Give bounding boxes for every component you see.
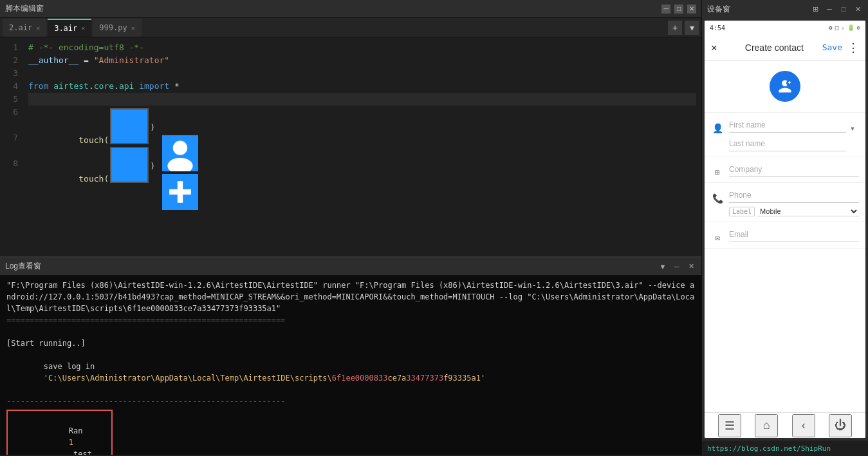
log-title-bar: Log查看窗 ▼ ─ ✕ [0,258,701,276]
log-result-box: Ran 1 test in 16.311s OK [Finished] [6,410,113,455]
phone-type-select[interactable]: Mobile Home Work [757,207,859,216]
device-navbar: ☰ ⌂ ‹ ⏻ [705,412,865,438]
tab-2air[interactable]: 2.air ✕ [3,19,46,37]
script-editor-panel: 脚本编辑窗 ─ □ ✕ 2.air ✕ 3.air ✕ 999.py ✕ + ▾… [0,0,701,456]
device-panel: 设备窗 ⊞ ─ □ ✕ 4:54 ⚙ □ ☆ 🔋 ⊙ ✕ Create cont… [701,0,868,456]
tab-add-btn[interactable]: + [668,21,682,35]
company-icon: ⊞ [711,167,724,177]
last-name-input[interactable] [729,137,846,151]
log-line-save: save log in 'C:\Users\Administrator\AppD… [6,349,695,395]
log-minimize-btn[interactable]: ─ [672,261,682,272]
editor-minimize-btn[interactable]: ─ [661,5,670,14]
device-battery-icon: 🔋 [847,24,854,31]
device-app-title: Create contact [726,43,822,53]
device-email-section: ✉ [705,222,865,249]
person-icon: 👤 [711,123,724,133]
code-editor-area[interactable]: 1 2 3 4 5 6 7 8 # -*- encoding=utf8 -*- … [0,37,701,256]
tab-dropdown-btn[interactable]: ▾ [685,21,699,35]
device-company-section: ⊞ [705,157,865,183]
device-phone-section: 📞 Label Mobile Home Work [705,183,865,222]
email-icon: ✉ [711,233,724,243]
log-close-btn[interactable]: ✕ [686,261,696,272]
device-frame: 4:54 ⚙ □ ☆ 🔋 ⊙ ✕ Create contact Save ⋮ [705,21,865,438]
log-filter-btn[interactable]: ▼ [658,261,668,272]
code-line-2: __author__ = "Administrator" [28,54,696,67]
log-panel: Log查看窗 ▼ ─ ✕ "F:\Program Files (x86)\Air… [0,256,701,455]
tab-add-area: + ▾ [668,21,699,35]
log-line-start: [Start running..] [6,337,695,349]
device-signal-icon: □ [835,24,838,31]
editor-close-btn[interactable]: ✕ [687,5,696,14]
phone-label-text: Label [729,207,755,216]
tab-bar: 2.air ✕ 3.air ✕ 999.py ✕ + ▾ [0,18,701,37]
log-title: Log查看窗 [5,261,41,272]
device-close-btn[interactable]: ✕ [853,4,863,14]
log-line-1: "F:\Program Files (x86)\AirtestIDE-win-1… [6,280,695,314]
editor-title-bar: 脚本编辑窗 ─ □ ✕ [0,0,701,18]
device-nav-home-btn[interactable]: ⌂ [755,414,778,437]
phone-label-row: Label Mobile Home Work [729,207,859,216]
device-app-more-btn[interactable]: ⋮ [847,41,859,54]
footer-url: https://blog.csdn.net/ShipRun [707,444,831,453]
device-icon-btn[interactable]: ⊞ [810,4,820,14]
editor-title-controls: ─ □ ✕ [661,5,696,14]
device-avatar-btn[interactable] [770,71,800,102]
code-line-1: # -*- encoding=utf8 -*- [28,41,696,54]
device-status-icons: ⚙ □ ☆ 🔋 ⊙ [829,24,860,31]
first-name-input[interactable] [729,118,846,133]
log-controls: ▼ ─ ✕ [658,261,696,272]
device-status-bar: 4:54 ⚙ □ ☆ 🔋 ⊙ [705,21,865,35]
log-line-dashes2: ----------------------------------------… [6,395,695,407]
svg-point-1 [172,140,187,155]
device-wifi-icon: ☆ [841,24,844,31]
device-title-icons: ⊞ ─ □ ✕ [810,4,863,14]
touch-image-1 [110,108,149,144]
tab-2air-close[interactable]: ✕ [36,24,40,32]
log-line-empty1 [6,326,695,337]
device-time: 4:54 [710,24,829,32]
device-name-fields [729,118,846,151]
editor-maximize-btn[interactable]: □ [674,5,683,14]
tab-3air-close[interactable]: ✕ [81,24,85,32]
log-highlight-section: Ran 1 test in 16.311s OK [Finished] [6,407,695,455]
right-footer: https://blog.csdn.net/ShipRun [702,441,868,456]
code-content[interactable]: # -*- encoding=utf8 -*- __author__ = "Ad… [23,37,701,256]
device-app-save-btn[interactable]: Save [822,43,842,52]
tab-999py-label: 999.py [99,23,127,32]
log-body[interactable]: "F:\Program Files (x86)\AirtestIDE-win-1… [0,276,701,455]
tab-2air-label: 2.air [9,23,32,32]
line-numbers: 1 2 3 4 5 6 7 8 [0,37,23,256]
device-title-bar: 设备窗 ⊞ ─ □ ✕ [702,0,868,18]
tab-999py[interactable]: 999.py ✕ [93,19,141,37]
device-company-fields [729,162,859,177]
email-input[interactable] [729,227,859,242]
device-nav-menu-btn[interactable]: ☰ [718,414,741,437]
phone-icon: 📞 [711,193,724,204]
device-title: 设备窗 [707,4,806,15]
device-minimize-btn[interactable]: ─ [824,4,835,14]
code-line-6: touch( ) [28,106,696,144]
tab-3air[interactable]: 3.air ✕ [48,19,91,37]
expand-name-btn[interactable]: ▾ [846,123,859,133]
company-input[interactable] [729,162,859,177]
device-settings-icon: ⚙ [829,24,832,31]
code-line-4: from airtest . core . api import * [28,80,696,93]
device-email-fields [729,227,859,242]
code-line-5 [28,93,696,106]
device-avatar-area [705,61,865,113]
device-app-close-btn[interactable]: ✕ [711,41,726,53]
device-phone-fields: Label Mobile Home Work [729,188,859,216]
device-maximize-btn[interactable]: □ [838,4,849,14]
device-nav-power-btn[interactable]: ⏻ [829,414,852,437]
log-line-dashes1: ========================================… [6,314,695,326]
tab-999py-close[interactable]: ✕ [131,24,135,32]
device-nav-back-btn[interactable]: ‹ [792,414,815,437]
svg-rect-5 [169,189,191,195]
editor-title: 脚本编辑窗 [5,3,658,14]
device-lock-icon: ⊙ [857,24,860,31]
code-line-3 [28,67,696,80]
device-form: 👤 ▾ ⊞ 📞 Label [705,113,865,412]
phone-input[interactable] [729,188,859,203]
log-line-ran: Ran 1 test in 16.311s [13,413,106,455]
tab-3air-label: 3.air [54,24,77,33]
